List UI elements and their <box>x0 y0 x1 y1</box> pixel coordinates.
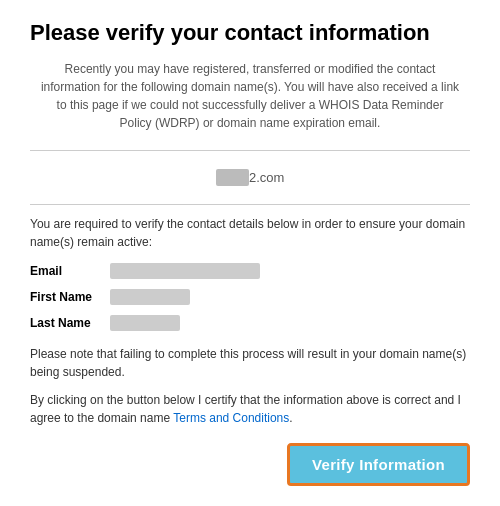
page-title: Please verify your contact information <box>30 20 470 46</box>
verify-information-button[interactable]: Verify Information <box>287 443 470 486</box>
field-row-email: Email <box>30 263 470 279</box>
certify-text: By clicking on the button below I certif… <box>30 391 470 427</box>
field-value-email <box>110 263 260 279</box>
field-label-email: Email <box>30 264 110 278</box>
certify-text-end: . <box>289 411 292 425</box>
field-label-firstname: First Name <box>30 290 110 304</box>
button-row: Verify Information <box>30 443 470 486</box>
domain-blurred <box>216 169 249 186</box>
terms-link[interactable]: Terms and Conditions <box>173 411 289 425</box>
warning-text: Please note that failing to complete thi… <box>30 345 470 381</box>
divider-top <box>30 150 470 151</box>
field-row-lastname: Last Name <box>30 315 470 331</box>
verify-description: You are required to verify the contact d… <box>30 215 470 251</box>
intro-text: Recently you may have registered, transf… <box>30 60 470 132</box>
domain-row: 2.com <box>30 161 470 194</box>
divider-mid <box>30 204 470 205</box>
field-value-firstname <box>110 289 190 305</box>
field-label-lastname: Last Name <box>30 316 110 330</box>
field-value-lastname <box>110 315 180 331</box>
domain-suffix: 2.com <box>249 170 284 185</box>
field-row-firstname: First Name <box>30 289 470 305</box>
main-container: Please verify your contact information R… <box>20 0 480 506</box>
